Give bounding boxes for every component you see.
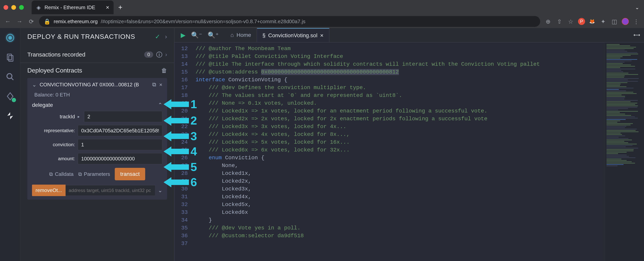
extension-metamask-icon[interactable]: 🦊: [588, 18, 596, 25]
contract-name: CONVICTIONVOTING AT 0X000...00812 (B: [40, 82, 149, 88]
panel-icon[interactable]: ◫: [610, 18, 618, 25]
chevron-right-icon[interactable]: ›: [165, 51, 167, 58]
url-bar[interactable]: 🔒 remix.ethereum.org/#optimize=false&run…: [39, 16, 540, 27]
editor-toolbar: ▶ 🔍⁻ 🔍⁺ ⌂ Home § ConvictionVoting.sol × …: [174, 28, 644, 42]
extension-pinterest-icon[interactable]: P: [578, 18, 585, 25]
tab-overflow-icon[interactable]: ⌄: [635, 4, 639, 10]
zoom-out-icon[interactable]: 🔍⁻: [191, 31, 202, 39]
param-label: trackId: [32, 114, 75, 120]
home-icon: ⌂: [230, 32, 234, 38]
parameters-button[interactable]: ⧉ Parameters: [78, 171, 110, 177]
minimize-window-icon[interactable]: [11, 5, 16, 10]
param-label: conviction:: [32, 142, 75, 147]
tab-title: Remix - Ethereum IDE: [44, 4, 103, 10]
param-trackid-row: trackId ▸: [32, 111, 162, 122]
logo-icon[interactable]: [5, 33, 15, 43]
url-host: remix.ethereum.org: [54, 18, 98, 24]
dropdown-icon[interactable]: ▸: [78, 114, 80, 119]
tab-close-icon[interactable]: ×: [320, 32, 324, 39]
share-icon[interactable]: ⇧: [556, 18, 563, 25]
removeot-button[interactable]: removeOt...: [32, 185, 66, 196]
maximize-window-icon[interactable]: [19, 5, 24, 10]
file-explorer-icon[interactable]: [5, 52, 15, 62]
editor-body[interactable]: 1213141516171819202122232425262728293031…: [174, 42, 644, 261]
representative-input[interactable]: [78, 125, 162, 136]
param-representative-row: representative:: [32, 125, 162, 136]
trash-icon[interactable]: 🗑: [161, 67, 167, 74]
chevron-down-icon[interactable]: ⌄: [158, 187, 162, 194]
contract-balance: Balance: 0 ETH: [34, 92, 162, 98]
deployed-title: Deployed Contracts: [27, 67, 82, 74]
url-path: /#optimize=false&runs=200&evmVersion=nul…: [101, 18, 306, 24]
svg-rect-3: [8, 55, 13, 61]
chevron-right-icon[interactable]: ›: [165, 33, 167, 40]
success-badge-icon: [12, 98, 16, 102]
minimap[interactable]: [605, 42, 644, 261]
extensions-icon[interactable]: ✦: [599, 18, 607, 25]
function-delegate-header: delegate ⌃: [32, 102, 162, 108]
close-icon[interactable]: ×: [159, 82, 162, 88]
amount-input[interactable]: [78, 153, 162, 164]
collapse-icon[interactable]: ⌃: [158, 102, 162, 108]
code-content[interactable]: /// @author The Moonbeam Team/// @title …: [192, 42, 605, 261]
tab-home[interactable]: ⌂ Home: [225, 28, 257, 42]
nav-bar: ← → ⟳ 🔒 remix.ethereum.org/#optimize=fal…: [0, 15, 644, 28]
transactions-count: 0: [144, 51, 153, 58]
zoom-in-icon[interactable]: 🔍⁺: [208, 31, 219, 39]
transact-button[interactable]: transact: [115, 168, 145, 180]
param-conviction-row: conviction:: [32, 139, 162, 150]
deploy-panel: DEPLOY & RUN TRANSACTIONS ✓ › Transactio…: [20, 28, 174, 261]
forward-icon[interactable]: →: [16, 18, 24, 25]
param-label: representative:: [32, 128, 75, 133]
calldata-button[interactable]: ⧉ Calldata: [49, 171, 74, 177]
compiler-icon[interactable]: [5, 91, 15, 101]
action-row: ⧉ Calldata ⧉ Parameters transact: [32, 168, 162, 180]
icon-rail: [0, 28, 20, 261]
collapse-panel-icon[interactable]: ⟷: [634, 32, 640, 38]
copy-icon: ⧉: [49, 171, 53, 177]
svg-line-5: [11, 78, 13, 80]
tab-close-icon[interactable]: ×: [106, 4, 109, 11]
new-tab-button[interactable]: +: [118, 3, 122, 11]
deployed-contracts-section: Deployed Contracts 🗑 ⌄ CONVICTIONVOTING …: [20, 63, 174, 204]
tab-favicon-icon: ◈: [36, 5, 41, 10]
trackid-input[interactable]: [84, 111, 162, 122]
search-icon[interactable]: [5, 72, 15, 82]
deploy-icon[interactable]: [5, 111, 15, 121]
function-removeot-row: removeOt... ⌄: [32, 185, 162, 196]
close-window-icon[interactable]: [4, 5, 8, 10]
solidity-icon: §: [262, 32, 266, 39]
bookmark-icon[interactable]: ☆: [567, 18, 574, 25]
transactions-section[interactable]: Transactions recorded 0 i ›: [20, 47, 174, 63]
contract-card: ⌄ CONVICTIONVOTING AT 0X000...00812 (B ⧉…: [27, 78, 167, 200]
tab-file[interactable]: § ConvictionVoting.sol ×: [257, 28, 330, 42]
info-icon[interactable]: i: [156, 52, 162, 57]
browser-chrome: ◈ Remix - Ethereum IDE × + ⌄ ← → ⟳ 🔒 rem…: [0, 0, 644, 28]
reload-icon[interactable]: ⟳: [27, 18, 35, 25]
panel-title: DEPLOY & RUN TRANSACTIONS: [27, 33, 135, 40]
param-amount-row: amount:: [32, 153, 162, 164]
chevron-down-icon[interactable]: ⌄: [32, 81, 36, 88]
gutter: 1213141516171819202122232425262728293031…: [174, 42, 192, 261]
editor-area: ▶ 🔍⁻ 🔍⁺ ⌂ Home § ConvictionVoting.sol × …: [174, 28, 644, 261]
back-icon[interactable]: ←: [4, 18, 12, 25]
play-icon[interactable]: ▶: [181, 31, 186, 39]
browser-tab[interactable]: ◈ Remix - Ethereum IDE ×: [32, 0, 114, 14]
copy-icon: ⧉: [78, 171, 82, 177]
removeot-args-input[interactable]: [66, 185, 156, 196]
app: DEPLOY & RUN TRANSACTIONS ✓ › Transactio…: [0, 28, 644, 261]
svg-rect-2: [7, 54, 12, 60]
copy-icon[interactable]: ⧉: [152, 81, 156, 88]
conviction-input[interactable]: [78, 139, 162, 150]
menu-icon[interactable]: ⋮: [632, 18, 640, 25]
transactions-title: Transactions recorded: [27, 51, 141, 58]
lock-icon: 🔒: [44, 18, 50, 25]
svg-point-4: [7, 74, 12, 79]
tab-strip: ◈ Remix - Ethereum IDE × + ⌄: [0, 0, 644, 15]
window-controls: [4, 5, 24, 10]
function-name: delegate: [32, 102, 53, 108]
zoom-icon[interactable]: ⊕: [544, 18, 552, 25]
check-icon: ✓: [155, 33, 160, 40]
svg-point-1: [8, 36, 12, 39]
profile-avatar-icon[interactable]: [622, 18, 629, 25]
